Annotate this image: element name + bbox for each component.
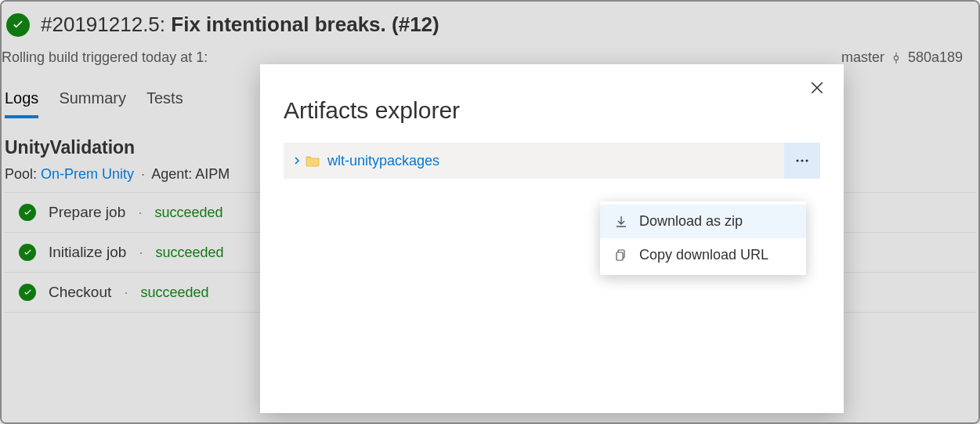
pool-label: Pool: <box>5 166 37 182</box>
commit-icon <box>891 53 902 63</box>
artifacts-explorer-dialog: Artifacts explorer wlt-unitypackages Dow… <box>260 64 844 413</box>
download-icon <box>614 216 628 228</box>
success-icon <box>6 13 30 37</box>
svg-point-3 <box>796 159 798 161</box>
step-name: Initialize job <box>49 244 126 261</box>
build-title-text: Fix intentional breaks. (#12) <box>171 13 439 36</box>
tab-tests[interactable]: Tests <box>146 89 183 118</box>
copy-icon <box>614 249 628 262</box>
svg-point-4 <box>801 159 803 161</box>
menu-label: Download as zip <box>639 213 743 230</box>
artifact-name[interactable]: wlt-unitypackages <box>327 153 439 169</box>
step-name: Prepare job <box>49 204 125 221</box>
pool-link[interactable]: On-Prem Unity <box>41 166 134 182</box>
artifact-row[interactable]: wlt-unitypackages <box>284 143 820 179</box>
step-status: succeeded <box>156 245 224 261</box>
close-button[interactable] <box>808 78 826 97</box>
step-name: Checkout <box>49 284 111 301</box>
build-id: #20191212.5: <box>41 13 165 36</box>
tab-logs[interactable]: Logs <box>5 89 38 118</box>
menu-download-zip[interactable]: Download as zip <box>600 205 806 238</box>
trigger-text: Rolling build triggered today at 1: <box>2 49 208 66</box>
dialog-title: Artifacts explorer <box>260 64 844 143</box>
context-menu: Download as zip Copy download URL <box>600 201 806 275</box>
svg-rect-7 <box>617 252 623 260</box>
build-title: #20191212.5: Fix intentional breaks. (#1… <box>41 13 439 37</box>
commit-hash[interactable]: 580a189 <box>908 49 963 66</box>
chevron-right-icon[interactable] <box>293 155 301 167</box>
build-header: #20191212.5: Fix intentional breaks. (#1… <box>2 2 978 40</box>
tab-summary[interactable]: Summary <box>59 89 126 118</box>
success-icon <box>19 284 36 301</box>
success-icon <box>19 204 36 221</box>
menu-label: Copy download URL <box>639 247 768 263</box>
svg-point-0 <box>894 56 898 60</box>
build-subtitle: Rolling build triggered today at 1: mast… <box>2 40 978 66</box>
svg-point-5 <box>805 159 808 161</box>
more-actions-button[interactable] <box>784 143 820 179</box>
branch-name[interactable]: master <box>841 49 884 66</box>
step-status: succeeded <box>155 205 223 221</box>
folder-icon <box>306 154 320 167</box>
menu-copy-url[interactable]: Copy download URL <box>600 238 806 272</box>
step-status: succeeded <box>141 284 209 301</box>
agent-label: Agent: AIPM <box>151 166 230 182</box>
success-icon <box>19 244 36 261</box>
